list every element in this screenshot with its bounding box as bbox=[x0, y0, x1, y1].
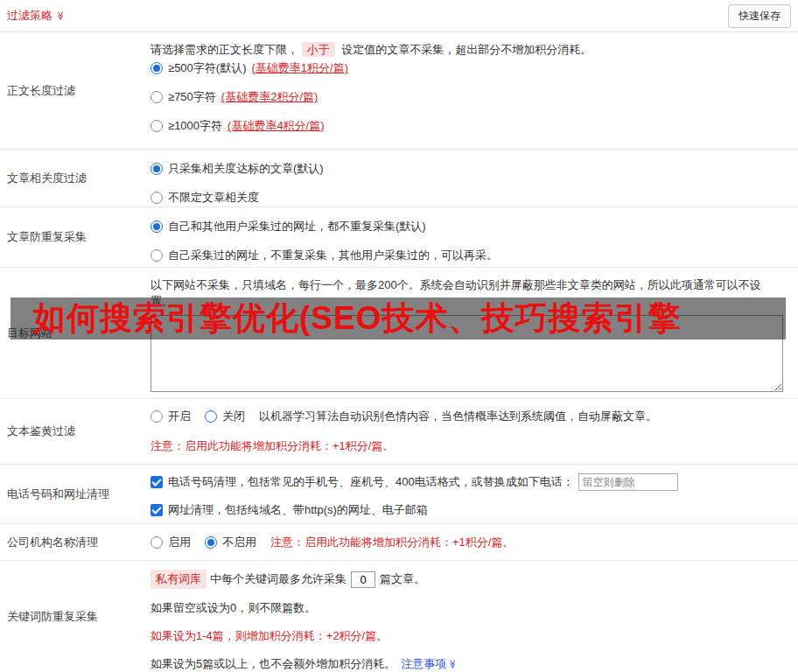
length-option-1000-note: (基础费率4积分/篇) bbox=[228, 117, 325, 135]
length-desc-highlight: 小于 bbox=[302, 42, 335, 57]
row-content-relevance: 只采集相关度达标的文章(默认) 不限定文章相关度 bbox=[150, 150, 798, 206]
porn-options-line: 开启 关闭 以机器学习算法自动识别色情内容，当色情概率达到系统阈值，自动屏蔽文章… bbox=[150, 408, 789, 425]
relevance-option-any-label[interactable]: 不限定文章相关度 bbox=[168, 189, 259, 206]
length-option-1000[interactable]: ≥1000字符 (基础费率4积分/篇) bbox=[150, 117, 789, 135]
keyword-note-five-line: 如果设为5篇或以上，也不会额外增加积分消耗。 注意事项 ≫ bbox=[150, 655, 789, 672]
company-option-off-label[interactable]: 不启用 bbox=[222, 534, 256, 551]
keyword-note-empty: 如果留空或设为0，则不限篇数。 bbox=[150, 599, 789, 617]
row-content-porn: 开启 关闭 以机器学习算法自动识别色情内容，当色情概率达到系统阈值，自动屏蔽文章… bbox=[150, 399, 798, 464]
radio-1000-icon[interactable] bbox=[150, 120, 163, 132]
chevron-down-icon: ≫ bbox=[448, 660, 457, 668]
keyword-note-cost: 如果设为1-4篇，则增加积分消耗：+2积分/篇。 bbox=[150, 627, 789, 645]
chevron-down-icon: ≫ bbox=[56, 11, 65, 20]
length-desc: 请选择需求的正文长度下限， 小于 设定值的文章不采集，超出部分不增加积分消耗。 bbox=[150, 41, 789, 58]
dedup-option-global[interactable]: 自己和其他用户采集过的网址，都不重复采集(默认) bbox=[150, 218, 789, 235]
length-option-500-label[interactable]: ≥500字符(默认) bbox=[168, 60, 246, 77]
row-content-dedup: 自己和其他用户采集过的网址，都不重复采集(默认) 自己采集过的网址，不重复采集，… bbox=[150, 207, 798, 267]
porn-option-off-label[interactable]: 关闭 bbox=[222, 408, 245, 425]
row-company-clean: 公司机构名称清理 启用 不启用 注意：启用此功能将增加积分消耗：+1积分/篇。 bbox=[0, 523, 798, 560]
row-label-company: 公司机构名称清理 bbox=[0, 524, 150, 560]
relevance-option-strict-label[interactable]: 只采集相关度达标的文章(默认) bbox=[168, 160, 324, 178]
keyword-limit-line: 私有词库 中每个关键词最多允许采集 篇文章。 bbox=[150, 570, 789, 589]
porn-option-on-label[interactable]: 开启 bbox=[168, 408, 191, 425]
row-phone-url-clean: 电话号码和网址清理 电话号码清理，包括常见的手机号、座机号、400电话格式，或替… bbox=[0, 464, 798, 523]
row-label-length: 正文长度过滤 bbox=[0, 32, 150, 149]
keyword-count-input[interactable] bbox=[351, 571, 375, 588]
quick-save-button[interactable]: 快速保存 bbox=[728, 4, 791, 28]
row-content-phone-url: 电话号码清理，包括常见的手机号、座机号、400电话格式，或替换成如下电话： 网址… bbox=[150, 465, 798, 523]
row-content-company: 启用 不启用 注意：启用此功能将增加积分消耗：+1积分/篇。 bbox=[150, 524, 798, 560]
porn-desc: 以机器学习算法自动识别色情内容，当色情概率达到系统阈值，自动屏蔽文章。 bbox=[259, 408, 657, 425]
length-desc-pre: 请选择需求的正文长度下限， bbox=[150, 43, 298, 56]
keyword-note-five: 如果设为5篇或以上，也不会额外增加积分消耗。 bbox=[150, 655, 396, 672]
page-title-label: 过滤策略 bbox=[7, 8, 52, 24]
url-clean-line: 网址清理，包括纯域名、带http(s)的网址、电子邮箱 bbox=[150, 501, 789, 519]
radio-company-off-icon[interactable] bbox=[205, 536, 217, 549]
radio-dedup-self-icon[interactable] bbox=[150, 249, 163, 262]
radio-relevance-strict-icon[interactable] bbox=[150, 163, 163, 175]
company-options-line: 启用 不启用 注意：启用此功能将增加积分消耗：+1积分/篇。 bbox=[150, 534, 789, 551]
length-option-500-note: (基础费率1积分/篇) bbox=[251, 60, 348, 77]
row-label-porn: 文本鉴黄过滤 bbox=[0, 399, 150, 464]
page-title[interactable]: 过滤策略 ≫ bbox=[7, 8, 65, 24]
radio-dedup-global-icon[interactable] bbox=[150, 220, 163, 233]
length-option-500[interactable]: ≥500字符(默认) (基础费率1积分/篇) bbox=[150, 60, 789, 77]
row-content-keyword: 私有词库 中每个关键词最多允许采集 篇文章。 如果留空或设为0，则不限篇数。 如… bbox=[150, 561, 798, 672]
row-porn-filter: 文本鉴黄过滤 开启 关闭 以机器学习算法自动识别色情内容，当色情概率达到系统阈值… bbox=[0, 398, 798, 464]
row-keyword-dedup: 关键词防重复采集 私有词库 中每个关键词最多允许采集 篇文章。 如果留空或设为0… bbox=[0, 560, 798, 672]
row-dedup-filter: 文章防重复采集 自己和其他用户采集过的网址，都不重复采集(默认) 自己采集过的网… bbox=[0, 206, 798, 267]
row-content-length: 请选择需求的正文长度下限， 小于 设定值的文章不采集，超出部分不增加积分消耗。 … bbox=[150, 32, 798, 149]
length-option-750-label[interactable]: ≥750字符 bbox=[168, 88, 216, 106]
private-lexicon-tag[interactable]: 私有词库 bbox=[150, 570, 206, 589]
dedup-option-self[interactable]: 自己采集过的网址，不重复采集，其他用户采集过的，可以再采。 bbox=[150, 247, 789, 264]
radio-company-on-icon[interactable] bbox=[150, 536, 163, 549]
notice-link-label[interactable]: 注意事项 bbox=[401, 655, 446, 672]
relevance-option-any[interactable]: 不限定文章相关度 bbox=[150, 189, 789, 206]
dedup-option-self-label[interactable]: 自己采集过的网址，不重复采集，其他用户采集过的，可以再采。 bbox=[168, 247, 498, 264]
header-bar: 过滤策略 ≫ 快速保存 bbox=[0, 0, 798, 32]
radio-750-icon[interactable] bbox=[150, 91, 163, 103]
radio-porn-on-icon[interactable] bbox=[150, 410, 163, 423]
row-label-dedup: 文章防重复采集 bbox=[0, 207, 150, 267]
notice-link[interactable]: 注意事项 ≫ bbox=[401, 655, 457, 672]
length-desc-post: 设定值的文章不采集，超出部分不增加积分消耗。 bbox=[341, 43, 592, 56]
keyword-limit-text: 中每个关键词最多允许采集 bbox=[210, 570, 346, 588]
checkbox-url-clean-icon[interactable] bbox=[150, 504, 163, 516]
porn-note: 注意：启用此功能将增加积分消耗：+1积分/篇。 bbox=[150, 438, 789, 454]
phone-clean-line: 电话号码清理，包括常见的手机号、座机号、400电话格式，或替换成如下电话： bbox=[150, 473, 789, 491]
radio-500-icon[interactable] bbox=[150, 62, 163, 74]
length-option-750[interactable]: ≥750字符 (基础费率2积分/篇) bbox=[150, 88, 789, 106]
dedup-option-global-label[interactable]: 自己和其他用户采集过的网址，都不重复采集(默认) bbox=[168, 218, 426, 235]
replacement-phone-input[interactable] bbox=[578, 473, 678, 491]
row-label-phone-url: 电话号码和网址清理 bbox=[0, 465, 150, 523]
radio-relevance-any-icon[interactable] bbox=[150, 192, 163, 204]
row-relevance-filter: 文章相关度过滤 只采集相关度达标的文章(默认) 不限定文章相关度 bbox=[0, 149, 798, 206]
length-option-1000-label[interactable]: ≥1000字符 bbox=[168, 117, 222, 135]
company-option-on-label[interactable]: 启用 bbox=[168, 534, 191, 551]
phone-clean-label[interactable]: 电话号码清理，包括常见的手机号、座机号、400电话格式，或替换成如下电话： bbox=[168, 473, 574, 491]
company-note: 注意：启用此功能将增加积分消耗：+1积分/篇。 bbox=[270, 534, 514, 551]
keyword-limit-suffix: 篇文章。 bbox=[380, 570, 425, 588]
row-length-filter: 正文长度过滤 请选择需求的正文长度下限， 小于 设定值的文章不采集，超出部分不增… bbox=[0, 32, 798, 149]
length-option-750-note: (基础费率2积分/篇) bbox=[221, 88, 318, 106]
relevance-option-strict[interactable]: 只采集相关度达标的文章(默认) bbox=[150, 160, 789, 178]
radio-porn-off-icon[interactable] bbox=[205, 410, 217, 423]
row-label-keyword: 关键词防重复采集 bbox=[0, 561, 150, 672]
watermark-overlay: 如何搜索引擎优化(SEO技术、技巧搜索引擎 bbox=[10, 298, 786, 340]
checkbox-phone-clean-icon[interactable] bbox=[150, 476, 163, 488]
watermark-text: 如何搜索引擎优化(SEO技术、技巧搜索引擎 bbox=[10, 298, 681, 340]
url-clean-label[interactable]: 网址清理，包括纯域名、带http(s)的网址、电子邮箱 bbox=[168, 501, 428, 519]
row-label-relevance: 文章相关度过滤 bbox=[0, 150, 150, 206]
